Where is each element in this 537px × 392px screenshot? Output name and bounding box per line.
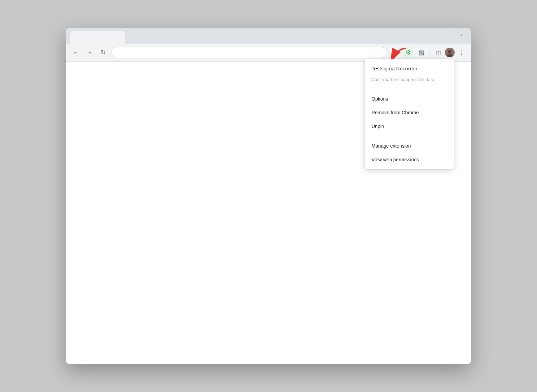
menu-title: Testsigma Recorder bbox=[372, 66, 447, 71]
menu-item-manage[interactable]: Manage extension bbox=[365, 139, 454, 153]
toolbar-separator bbox=[430, 49, 430, 56]
back-button[interactable]: ← bbox=[70, 47, 81, 58]
avatar-image bbox=[445, 48, 455, 57]
options-label: Options bbox=[372, 96, 388, 102]
unpin-label: Unpin bbox=[372, 124, 384, 129]
extensions-button[interactable]: ▧ bbox=[416, 47, 427, 58]
browser-window: ˅ ← → ↻ ☆ ⚙ bbox=[66, 28, 471, 364]
puzzle-icon: ▧ bbox=[419, 49, 424, 56]
back-icon: ← bbox=[72, 49, 79, 56]
avatar-svg bbox=[445, 48, 455, 57]
menu-item-options[interactable]: Options bbox=[365, 92, 454, 106]
menu-header: Testsigma Recorder bbox=[365, 61, 454, 74]
browser-chrome: ˅ bbox=[66, 28, 471, 44]
toolbar-right: ☆ ⚙ ▧ ◫ bbox=[390, 46, 467, 59]
chrome-menu-button[interactable]: ⋮ bbox=[456, 47, 467, 58]
browser-tab[interactable] bbox=[70, 31, 125, 44]
remove-label: Remove from Chrome bbox=[372, 110, 419, 115]
menu-item-permissions[interactable]: View web permissions bbox=[365, 153, 454, 166]
menu-subtitle: Can't read or change site's data bbox=[365, 74, 454, 86]
window-minimize-button[interactable]: ˅ bbox=[456, 31, 467, 42]
menu-section-manage: Manage extension View web permissions bbox=[365, 136, 454, 169]
reload-button[interactable]: ↻ bbox=[98, 47, 108, 58]
menu-item-remove[interactable]: Remove from Chrome bbox=[365, 106, 454, 119]
menu-item-unpin[interactable]: Unpin bbox=[365, 119, 454, 133]
gear-icon: ⚙ bbox=[405, 49, 411, 56]
star-icon: ☆ bbox=[393, 49, 398, 56]
forward-icon: → bbox=[86, 49, 92, 56]
svg-point-1 bbox=[448, 50, 452, 53]
chevron-down-icon: ˅ bbox=[460, 34, 463, 40]
three-dots-icon: ⋮ bbox=[459, 49, 464, 56]
manage-label: Manage extension bbox=[372, 143, 411, 149]
sidebar-button[interactable]: ◫ bbox=[433, 47, 444, 58]
profile-avatar[interactable] bbox=[445, 48, 455, 57]
sidebar-icon: ◫ bbox=[436, 49, 441, 56]
menu-section-options: Options Remove from Chrome Unpin bbox=[365, 89, 454, 136]
forward-button[interactable]: → bbox=[84, 47, 95, 58]
reload-icon: ↻ bbox=[101, 49, 106, 56]
address-bar[interactable] bbox=[111, 47, 387, 58]
extension-area: ⚙ bbox=[402, 46, 414, 59]
tab-bar: ˅ bbox=[70, 31, 467, 44]
testsigma-extension-button[interactable]: ⚙ bbox=[402, 46, 414, 59]
permissions-label: View web permissions bbox=[372, 157, 419, 162]
menu-section-header: Testsigma Recorder Can't read or change … bbox=[365, 59, 454, 89]
context-menu: Testsigma Recorder Can't read or change … bbox=[365, 59, 454, 169]
bookmark-button[interactable]: ☆ bbox=[390, 47, 401, 58]
